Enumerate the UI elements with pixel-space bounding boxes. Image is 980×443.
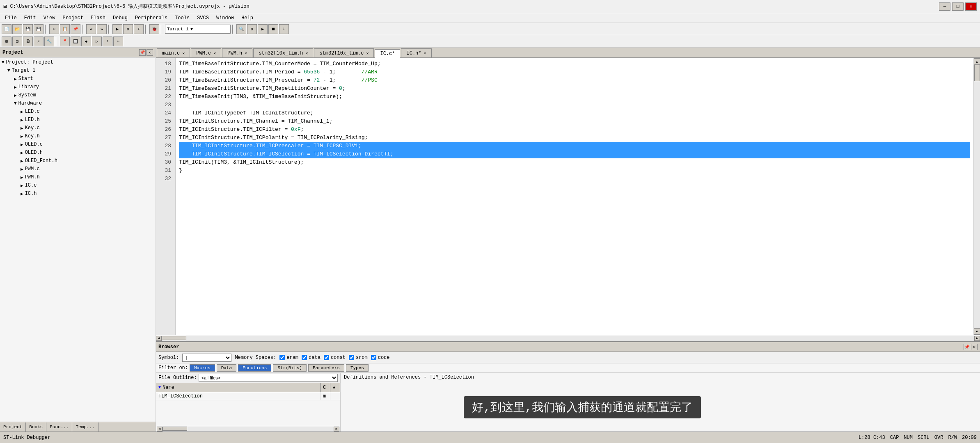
browser-hscroll-thumb[interactable] [163,427,187,431]
hscroll-right-button[interactable]: ► [974,336,980,341]
code-editor[interactable]: 181920212223242526272829303132 TIM_TimeB… [156,58,980,335]
tree-item-oledfonth[interactable]: ▶ OLED_Font.h [1,157,155,165]
filter-parameters-button[interactable]: Parameters [308,364,344,372]
project-tab-books[interactable]: Books [26,422,46,432]
tree-item-pwmc[interactable]: ▶ PWM.c [1,165,155,173]
tb2-btn10[interactable]: ↕ [103,37,112,46]
tb2-btn7[interactable]: 🔲 [71,37,80,46]
debug-button[interactable]: 🐞 [149,24,159,34]
editor-hscrollbar[interactable]: ◄ ► [156,335,980,341]
search-button[interactable]: 🔍 [236,24,246,34]
copy-button[interactable]: 📋 [60,24,70,34]
settings-button[interactable]: ⚙ [247,24,257,34]
tree-item-ledc[interactable]: ▶ LED.c [1,107,155,116]
paste-button[interactable]: 📌 [71,24,80,34]
target-dropdown[interactable]: Target 1 ▼ [165,25,231,34]
close-button[interactable]: ✕ [965,2,977,11]
eram-checkbox[interactable] [279,355,285,360]
tb2-btn9[interactable]: ▷ [92,37,102,46]
step-button[interactable]: ↓ [279,24,289,34]
tree-item-keyh[interactable]: ▶ Key.h [1,132,155,140]
stop-button[interactable]: ⏹ [268,24,278,34]
open-button[interactable]: 📂 [12,24,22,34]
cut-button[interactable]: ✂ [49,24,59,34]
tb2-btn4[interactable]: ⚡ [34,37,44,46]
tree-item-keyc[interactable]: ▶ Key.c [1,124,155,132]
tree-item-library[interactable]: ▶ Library [1,83,155,91]
menu-item-peripherals[interactable]: Peripherals [132,14,171,23]
menu-item-edit[interactable]: Edit [21,14,39,23]
browser-hscroll-track[interactable] [163,427,334,432]
tab-close-button[interactable]: ✕ [424,51,426,56]
tab-close-button[interactable]: ✕ [305,51,308,56]
table-row[interactable]: TIM_ICSelection m [156,392,340,400]
filter-functions-button[interactable]: Functions [238,364,271,372]
download-button[interactable]: ⬇ [134,24,144,34]
filter-data-button[interactable]: Data [217,364,236,372]
project-pin-button[interactable]: 📌 [139,49,146,56]
run-button[interactable]: ▶ [258,24,268,34]
data-checkbox[interactable] [302,355,307,360]
code-line-23[interactable] [179,101,970,109]
editor-tab-stm32f10xtimh[interactable]: stm32f10x_tim.h✕ [253,48,313,57]
tree-item-projectproject[interactable]: ▼ Project: Project [1,58,155,66]
hscroll-track[interactable] [162,336,974,341]
filter-strbits-button[interactable]: Str(Bits) [273,364,306,372]
tab-close-button[interactable]: ✕ [213,51,216,56]
maximize-button[interactable]: □ [952,2,964,11]
tb2-btn11[interactable]: ↔ [113,37,123,46]
browser-hscroll-right[interactable]: ► [334,427,339,432]
code-line-27[interactable]: TIM_ICInitStructure.TIM_ICPolarity = TIM… [179,134,970,142]
build-button[interactable]: ▶ [112,24,122,34]
filter-macros-button[interactable]: Macros [190,364,215,372]
editor-tab-pwmh[interactable]: PWM.h✕ [222,48,252,57]
code-line-25[interactable]: TIM_ICInitStructure.TIM_Channel = TIM_Ch… [179,117,970,126]
code-line-26[interactable]: TIM_ICInitStructure.TIM_ICFilter = 0xF; [179,126,970,134]
editor-tab-mainc[interactable]: main.c✕ [157,48,190,57]
tb2-btn1[interactable]: ⊞ [2,37,11,46]
save-all-button[interactable]: 💾 [34,24,44,34]
symbol-dropdown[interactable]: | [182,354,231,362]
tree-item-icc[interactable]: ▶ IC.c [1,181,155,190]
project-tab-temp[interactable]: Temp... [72,422,98,432]
redo-button[interactable]: ↪ [97,24,107,34]
srom-checkbox[interactable] [349,355,354,360]
tab-close-button[interactable]: ✕ [182,51,185,56]
code-line-20[interactable]: TIM_TimeBaseInitStructure.TIM_Prescaler … [179,76,970,84]
tree-item-hardware[interactable]: ▼ Hardware [1,99,155,107]
tab-close-button[interactable]: ✕ [245,51,247,56]
editor-tab-pwmc[interactable]: PWM.c✕ [191,48,221,57]
scroll-thumb[interactable] [974,65,980,81]
tab-close-button[interactable]: ✕ [366,51,369,56]
browser-pin-button[interactable]: 📌 [964,344,970,350]
save-button[interactable]: 💾 [23,24,33,34]
const-checkbox[interactable] [324,355,329,360]
tree-item-target1[interactable]: ▼ Target 1 [1,66,155,75]
scroll-up-button[interactable]: ▲ [974,58,980,65]
scroll-down-button[interactable]: ▼ [974,328,980,335]
tree-item-ledh[interactable]: ▶ LED.h [1,116,155,124]
hscroll-left-button[interactable]: ◄ [156,336,162,341]
tree-item-oledh[interactable]: ▶ OLED.h [1,148,155,157]
browser-close-button[interactable]: ✕ [971,344,978,350]
editor-tab-stm32f10xtimc[interactable]: stm32f10x_tim.c✕ [314,48,374,57]
menu-item-flash[interactable]: Flash [87,14,109,23]
hscroll-thumb[interactable] [162,336,186,340]
code-line-22[interactable]: TIM_TimeBaseInit(TIM3, &TIM_TimeBaseInit… [179,93,970,101]
code-line-31[interactable]: } [179,167,970,175]
menu-item-debug[interactable]: Debug [110,14,131,23]
tb2-btn2[interactable]: ⊡ [12,37,22,46]
code-line-30[interactable]: TIM_ICInit(TIM3, &TIM_ICInitStructure); [179,158,970,167]
menu-item-help[interactable]: Help [238,14,256,23]
scroll-track[interactable] [974,65,980,328]
browser-hscroll-left[interactable]: ◄ [157,427,163,432]
menu-item-svcs[interactable]: SVCS [194,14,212,23]
code-line-18[interactable]: TIM_TimeBaseInitStructure.TIM_CounterMod… [179,60,970,68]
vertical-scrollbar[interactable]: ▲ ▼ [973,58,980,335]
file-outline-dropdown[interactable]: <all files> [199,374,338,382]
tb2-btn8[interactable]: ◆ [81,37,91,46]
code-checkbox[interactable] [371,355,376,360]
browser-hscrollbar[interactable]: ◄ ► [156,426,340,432]
code-line-24[interactable]: TIM_ICInitTypeDef TIM_ICInitStructure; [179,109,970,117]
project-close-button[interactable]: ✕ [147,49,153,56]
